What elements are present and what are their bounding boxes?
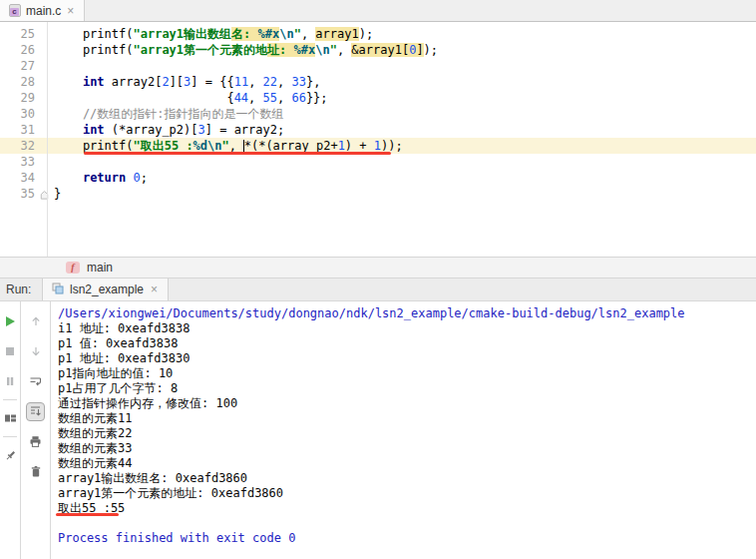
code-token: 66 bbox=[291, 91, 305, 105]
code-line: 27 bbox=[0, 58, 756, 74]
code-token: %#x bbox=[294, 43, 316, 57]
console-line: array1输出数组名: 0xeafd3860 bbox=[58, 471, 752, 486]
code-token bbox=[54, 171, 83, 185]
trash-icon bbox=[30, 465, 42, 478]
c-file-icon: c bbox=[9, 4, 21, 17]
run-tabbar: Run: lsn2_example × bbox=[0, 279, 756, 301]
line-number[interactable]: 27 bbox=[0, 58, 47, 74]
code-token: int bbox=[83, 123, 105, 137]
code-content: //数组的指针:指針指向的是一个数组 bbox=[47, 106, 284, 122]
code-token: , bbox=[248, 75, 262, 89]
code-token: %#x bbox=[258, 27, 280, 41]
arrow-up-icon bbox=[30, 315, 42, 327]
code-content bbox=[47, 58, 54, 74]
soft-wrap-button[interactable] bbox=[21, 366, 50, 396]
line-number[interactable]: 33 bbox=[0, 154, 47, 170]
code-token: printf( bbox=[54, 27, 133, 41]
code-token: " bbox=[294, 27, 301, 41]
code-line: 34 return 0; bbox=[0, 170, 756, 186]
code-token bbox=[54, 123, 83, 137]
print-button[interactable] bbox=[21, 426, 50, 456]
line-number[interactable]: 25 bbox=[0, 26, 47, 42]
code-editor[interactable]: 2425 printf("array1输出数组名: %#x\n", array1… bbox=[0, 22, 756, 257]
gutter-separator bbox=[47, 22, 48, 257]
code-lines: 2425 printf("array1输出数组名: %#x\n", array1… bbox=[0, 22, 756, 202]
run-config-icon bbox=[52, 282, 64, 297]
code-token: }, bbox=[306, 75, 320, 89]
close-icon[interactable]: × bbox=[150, 283, 159, 295]
code-token: ); bbox=[359, 27, 373, 41]
line-number[interactable]: 32 bbox=[0, 138, 47, 154]
pin-icon bbox=[4, 449, 17, 462]
code-line: 29 {44, 55, 66}}; bbox=[0, 90, 756, 106]
code-token: 11 bbox=[234, 75, 248, 89]
code-token: &array1[ bbox=[351, 43, 409, 57]
code-token: printf( bbox=[54, 43, 133, 57]
tab-main-c[interactable]: c main.c × bbox=[0, 0, 85, 21]
console-line: Process finished with exit code 0 bbox=[58, 531, 752, 546]
fold-region-end-icon[interactable] bbox=[39, 189, 50, 200]
up-stack-trace-button[interactable] bbox=[21, 306, 50, 336]
code-line: 31 int (*array_p2)[3] = array2; bbox=[0, 122, 756, 138]
code-content bbox=[47, 154, 54, 170]
scroll-to-end-button[interactable] bbox=[21, 396, 50, 426]
code-token: 1 bbox=[374, 139, 381, 153]
code-token: 名: bbox=[231, 27, 257, 41]
code-token: 址: bbox=[267, 43, 293, 57]
code-token: ] bbox=[416, 43, 423, 57]
annotation-red-underline bbox=[56, 513, 119, 516]
run-tab-label: lsn2_example bbox=[70, 282, 144, 296]
code-token: , bbox=[248, 91, 262, 105]
softwrap-icon bbox=[29, 375, 42, 387]
code-token: }}; bbox=[306, 91, 328, 105]
close-icon[interactable]: × bbox=[66, 5, 75, 17]
scrollend-icon bbox=[26, 402, 45, 421]
code-token: int bbox=[83, 75, 105, 89]
clear-all-button[interactable] bbox=[21, 456, 50, 486]
breadcrumb-function-name[interactable]: main bbox=[87, 261, 113, 275]
code-token: , bbox=[301, 27, 315, 41]
line-number[interactable]: 26 bbox=[0, 42, 47, 58]
line-number[interactable]: 29 bbox=[0, 90, 47, 106]
annotation-red-underline bbox=[84, 152, 391, 155]
code-line: 26 printf("array1第一个元素的地址: %#x\n", &arra… bbox=[0, 42, 756, 58]
stop-button[interactable] bbox=[0, 336, 20, 366]
line-number[interactable]: 34 bbox=[0, 170, 47, 186]
console-line bbox=[58, 516, 752, 531]
console-line: 取出55 :55 bbox=[58, 501, 752, 516]
line-number[interactable]: 31 bbox=[0, 122, 47, 138]
code-line: 28 int array2[2][3] = {{11, 22, 33}, bbox=[0, 74, 756, 90]
console-line: p1占用了几个字节: 8 bbox=[58, 381, 752, 396]
code-token: array1 bbox=[315, 27, 358, 41]
code-token: 33 bbox=[291, 75, 305, 89]
code-content: return 0; bbox=[47, 170, 148, 186]
console-line: p1指向地址的值: 10 bbox=[58, 366, 752, 381]
console-line: /Users/xiongwei/Documents/study/dongnao/… bbox=[58, 306, 752, 321]
code-token: , bbox=[337, 43, 351, 57]
code-token: %d bbox=[193, 139, 207, 153]
code-token: 1 bbox=[338, 139, 345, 153]
pause-output-button[interactable] bbox=[0, 366, 20, 396]
down-stack-trace-button[interactable] bbox=[21, 336, 50, 366]
code-token bbox=[54, 75, 83, 89]
run-console[interactable]: /Users/xiongwei/Documents/study/dongnao/… bbox=[51, 301, 756, 559]
code-token: ) + bbox=[345, 139, 374, 153]
console-line: i1 地址: 0xeafd3838 bbox=[58, 321, 752, 336]
restore-layout-button[interactable] bbox=[0, 403, 20, 433]
pin-tab-button[interactable] bbox=[0, 440, 20, 470]
line-number[interactable]: 30 bbox=[0, 106, 47, 122]
ide-window: c main.c × 2425 printf("array1输出数组名: %#x… bbox=[0, 0, 756, 559]
run-panel-label: Run: bbox=[6, 282, 32, 296]
code-token: *(*(array_p2+ bbox=[244, 139, 338, 153]
code-token: 44 bbox=[234, 91, 248, 105]
code-token: ); bbox=[424, 43, 438, 57]
function-icon: f bbox=[66, 262, 80, 274]
stop-icon bbox=[4, 345, 16, 357]
code-token: " bbox=[330, 43, 337, 57]
code-content: int array2[2][3] = {{11, 22, 33}, bbox=[47, 74, 320, 90]
tab-lsn2-example[interactable]: lsn2_example × bbox=[42, 279, 169, 300]
console-line: 通过指针操作内存，修改值: 100 bbox=[58, 396, 752, 411]
rerun-button[interactable] bbox=[0, 306, 20, 336]
code-token: ; bbox=[141, 171, 148, 185]
line-number[interactable]: 28 bbox=[0, 74, 47, 90]
